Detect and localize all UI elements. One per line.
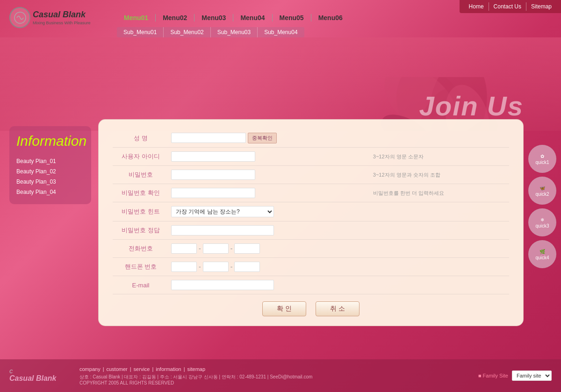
quick3-icon: ❄ [540,217,544,222]
input-phone-1[interactable] [171,243,197,254]
banner: Join Us [0,37,561,131]
field-hint-phone [371,240,509,258]
table-row: 비밀번호 힌트 가장 기억에 남는 장소는? 좋아하는 음식은? 초등학교 이름… [113,202,509,221]
top-nav-home[interactable]: Home [464,2,489,11]
field-cell-answer [169,221,371,240]
sidebar-item-1[interactable]: Beauty Plan_01 [16,156,84,166]
cancel-button[interactable]: 취 소 [316,301,360,316]
quick1-icon: ✿ [540,154,544,159]
input-password[interactable] [171,170,255,180]
sidebar-title-rest: nformation [20,133,86,149]
top-nav-sitemap[interactable]: Sitemap [526,2,556,11]
quick3-label: quick3 [536,223,549,228]
field-cell-hint: 가장 기억에 남는 장소는? 좋아하는 음식은? 초등학교 이름은? [169,202,371,221]
sub-nav-03[interactable]: Sub_Menu03 [211,27,258,37]
quick-btn-3[interactable]: ❄ quick3 [528,208,556,236]
field-label-answer: 비밀번호 정답 [113,221,169,240]
select-hint[interactable]: 가장 기억에 남는 장소는? 좋아하는 음식은? 초등학교 이름은? [171,206,274,217]
table-row: 비밀번호 3~12자의 영문과 숫자의 조합 [113,166,509,184]
quick-bar: ✿ quick1 🦋 quick2 ❄ quick3 🌿 quick4 [528,145,556,268]
quick4-icon: 🌿 [539,249,545,254]
logo-name: Casual Blank [33,10,91,20]
field-hint-empty [371,202,509,221]
banner-join-us: Join Us [419,90,524,121]
footer-link-service[interactable]: service [134,366,150,372]
field-label-userid: 사용자 아이디 [113,148,169,166]
logo-tagline: Mixing Business With Pleasure [33,21,91,25]
quick-btn-2[interactable]: 🦋 quick2 [528,177,556,205]
field-cell-userid [169,148,371,166]
field-label-phone: 전화번호 [113,240,169,258]
family-site-select[interactable]: Family site [512,371,552,381]
duplicate-check-button[interactable]: 중복확인 [248,133,277,143]
input-answer[interactable] [171,225,274,235]
main-nav: Menu01 Menu02 Menu03 Menu04 Menu05 Menu0… [117,14,561,21]
field-cell-password [169,166,371,184]
footer-sep-4: | [184,366,185,372]
table-row: 비밀번호 확인 비밀번호를 한번 더 입력하세요 [113,184,509,202]
footer-link-information[interactable]: information [156,366,181,372]
field-label-password-confirm: 비밀번호 확인 [113,184,169,202]
quick1-label: quick1 [536,160,549,165]
logo: Casual Blank Mixing Business With Pleasu… [9,7,91,28]
sidebar-item-2[interactable]: Beauty Plan_02 [16,166,84,177]
field-cell-email [169,276,371,294]
field-label-password: 비밀번호 [113,166,169,184]
form-buttons: 확 인 취 소 [113,301,509,316]
sub-nav-01[interactable]: Sub_Menu01 [117,27,164,37]
registration-form: 성 명 중복확인 사용자 아이디 3~12자의 영문 소문자 비밀번호 3~12… [98,119,524,326]
quick-btn-1[interactable]: ✿ quick1 [528,145,556,173]
footer-info: 상호 : Casual Blank | 대표자 : 김길동 | 주소 : 서울시… [79,374,478,380]
phone-sep-2: - [230,245,233,252]
footer-sep-1: | [103,366,104,372]
top-nav-contact[interactable]: Contact Us [489,2,526,11]
mobile-sep-2: - [230,263,233,271]
sidebar-item-4[interactable]: Beauty Plan_04 [16,187,84,197]
main-nav-menu01[interactable]: Menu01 [117,14,156,21]
main-nav-menu02[interactable]: Menu02 [156,14,194,21]
input-email[interactable] [171,280,274,290]
input-phone-3[interactable] [234,243,260,254]
field-hint-answer [371,221,509,240]
field-cell-password-confirm [169,184,371,202]
input-mobile-3[interactable] [234,262,260,272]
footer-logo: C Casual Blank [9,369,79,383]
field-cell-phone: - - [169,240,371,258]
footer-link-company[interactable]: company [79,366,101,372]
sub-nav-02[interactable]: Sub_Menu02 [164,27,210,37]
sidebar-title: Information [16,133,84,149]
input-mobile-2[interactable] [203,262,229,272]
main-nav-menu04[interactable]: Menu04 [233,14,272,21]
input-userid[interactable] [171,151,255,162]
main-nav-menu03[interactable]: Menu03 [194,14,233,21]
family-site-label: ■ Family Site [478,373,508,378]
field-label-email: E-mail [113,276,169,294]
sub-nav-04[interactable]: Sub_Menu04 [258,27,304,37]
confirm-button[interactable]: 확 인 [262,301,306,316]
field-hint-email [371,276,509,294]
mobile-sep-1: - [199,263,201,271]
main-nav-menu05[interactable]: Menu05 [273,14,311,21]
input-password-confirm[interactable] [171,188,255,198]
table-row: 비밀번호 정답 [113,221,509,240]
field-label-mobile: 핸드폰 번호 [113,258,169,276]
field-cell-mobile: - - [169,258,371,276]
quick2-icon: 🦋 [539,185,545,191]
input-mobile-1[interactable] [171,262,197,272]
footer-link-sitemap[interactable]: sitemap [187,366,206,372]
quick2-label: quick2 [536,192,549,197]
table-row: E-mail [113,276,509,294]
main-nav-menu06[interactable]: Menu06 [311,14,350,21]
footer-link-customer[interactable]: customer [107,366,128,372]
footer: C Casual Blank company | customer | serv… [0,359,561,392]
input-phone-2[interactable] [203,243,229,254]
table-row: 핸드폰 번호 - - [113,258,509,276]
quick4-label: quick4 [536,255,549,260]
sidebar-item-3[interactable]: Beauty Plan_03 [16,177,84,187]
field-hint-name [371,129,509,148]
input-name[interactable] [171,133,246,143]
quick-btn-4[interactable]: 🌿 quick4 [528,240,556,268]
footer-copyright: COPYRIGHT 2005 ALL RIGHTS RESERVED [79,380,478,385]
table-row: 사용자 아이디 3~12자의 영문 소문자 [113,148,509,166]
footer-links: company | customer | service | informati… [79,366,478,372]
